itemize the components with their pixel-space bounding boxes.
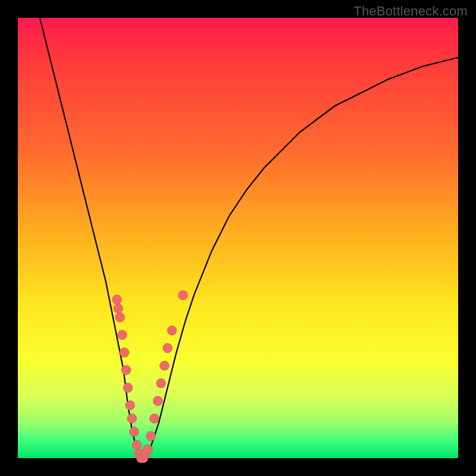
plot-area bbox=[18, 18, 458, 458]
data-point bbox=[159, 361, 169, 371]
data-point bbox=[149, 414, 159, 423]
data-point bbox=[156, 378, 166, 388]
data-point bbox=[127, 414, 137, 423]
data-point bbox=[121, 365, 131, 375]
data-point bbox=[178, 290, 188, 300]
data-markers bbox=[112, 290, 188, 463]
curve-layer bbox=[18, 18, 458, 458]
data-point bbox=[129, 427, 139, 437]
data-point bbox=[132, 440, 142, 450]
data-point bbox=[163, 343, 173, 353]
data-point bbox=[112, 295, 122, 305]
data-point bbox=[143, 444, 152, 454]
data-point bbox=[123, 383, 133, 393]
data-point bbox=[120, 347, 129, 357]
data-point bbox=[126, 400, 135, 410]
data-point bbox=[115, 312, 125, 322]
data-point bbox=[117, 330, 127, 340]
data-point bbox=[114, 303, 123, 313]
chart-frame: TheBottleneck.com bbox=[0, 0, 476, 476]
data-point bbox=[167, 325, 177, 335]
bottleneck-curve bbox=[40, 18, 458, 458]
data-point bbox=[153, 396, 162, 406]
watermark-text: TheBottleneck.com bbox=[353, 4, 468, 19]
data-point bbox=[146, 431, 156, 441]
